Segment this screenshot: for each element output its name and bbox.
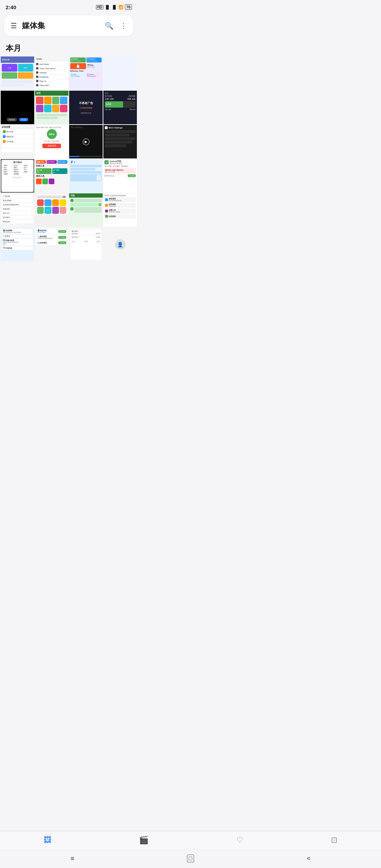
- grid-item-5[interactable]: Multiple Single: [1, 91, 34, 124]
- content-area: Chat AI 工具 写作 Tools: [0, 56, 138, 303]
- grid-item-19[interactable]: 消息: [69, 193, 103, 227]
- grid-item-21[interactable]: 📱 应用控制 安装位置的设备上的应用程序。 👁 查看者 💾 存储分析器 识别占用…: [1, 228, 34, 261]
- grid-item-15[interactable]: ✗ X: [69, 159, 103, 193]
- status-icons: HD ▐▌ ▐▌ 📶 78: [96, 4, 132, 10]
- grid-item-22[interactable]: 📲 数据转账 已轻松将数据... 已订阅 🔧 系统清理 不需要付任何费用的清理.…: [35, 228, 68, 261]
- grid-item-24[interactable]: 👤: [103, 228, 137, 261]
- header-right: 🔍 ⋮: [105, 22, 127, 30]
- status-bar: 2:40 HD ▐▌ ▐▌ 📶 78: [0, 0, 138, 13]
- status-time: 2:40: [6, 4, 16, 10]
- grid-item-18[interactable]: A: [35, 193, 68, 227]
- grid-item-1[interactable]: Chat AI 工具 写作: [1, 56, 34, 90]
- grid-item-14[interactable]: 图像工具 影片MP3 M4A Mp3 动画工具 影片赠GIF GIF 赠组组 视…: [35, 159, 68, 193]
- hamburger-icon[interactable]: ☰: [11, 22, 17, 29]
- grid-item-16[interactable]: 🤖 Android手机 最好的手机游戏 官方下载 · 关于我们 · 联系我们 路…: [103, 159, 137, 193]
- grid-item-13[interactable]: 影片格式 ○ MP4○ 3GP○ MOV ○ FLV○ MKV○ AVI ○ M…: [1, 159, 34, 193]
- grid-item-3[interactable]: QuestionsAlgebra, Calculus... All Subjec…: [69, 56, 103, 90]
- grid-item-2[interactable]: Tools Dark Mode Clear Chat History Setti…: [35, 56, 68, 90]
- grid-item-10[interactable]: 应用 360.0 GB / 剩余 312.8 GB 80% 1h 19m · 估…: [35, 125, 68, 158]
- grid-item-8[interactable]: 电池 预计电量实际电量 13h 19h789 mA 13h 19h789 mA: [103, 91, 137, 124]
- photo-grid: Chat AI 工具 写作 Tools: [1, 56, 137, 261]
- section-this-month: 本月: [0, 39, 138, 56]
- signal-icon-1: ▐▌: [105, 5, 110, 9]
- grid-item-7[interactable]: 不再有广告 已升级至尊版 感谢您的支持: [69, 91, 103, 124]
- signal-icon-2: ▐▌: [111, 5, 117, 9]
- grid-item-6[interactable]: 应用: [35, 91, 68, 124]
- battery-icon: 78: [125, 4, 132, 10]
- wifi-icon: 📶: [119, 5, 123, 10]
- grid-item-12[interactable]: More Settings: [103, 125, 137, 158]
- more-options-icon[interactable]: ⋮: [120, 22, 127, 30]
- grid-item-4[interactable]: [103, 56, 137, 90]
- grid-item-20[interactable]: 移动于过滤器用和风险连接。 系统清理 基于应用来清理不需... 应用清理 系统及…: [103, 193, 137, 227]
- grid-item-9[interactable]: 应用设置 图片压缩 视频压缩 文件传输: [1, 125, 34, 158]
- grid-item-11[interactable]: VID_20240910... ▶: [69, 125, 103, 158]
- app-header: ☰ 媒体集 🔍 ⋮: [4, 16, 133, 36]
- grid-item-17[interactable]: 广告拦截 › 安全及隐私 › 自动填充和密码管理 › 高级设置 › 用户中心: [1, 193, 34, 227]
- hd-icon: HD: [96, 5, 103, 10]
- header-left: ☰ 媒体集: [11, 20, 45, 31]
- search-icon[interactable]: 🔍: [105, 22, 114, 30]
- app-title: 媒体集: [22, 20, 45, 31]
- grid-item-23[interactable]: 银行账户 银行账户¥ 0.00 银行账户¥ 0.00 主题 视频 建议: [69, 228, 103, 261]
